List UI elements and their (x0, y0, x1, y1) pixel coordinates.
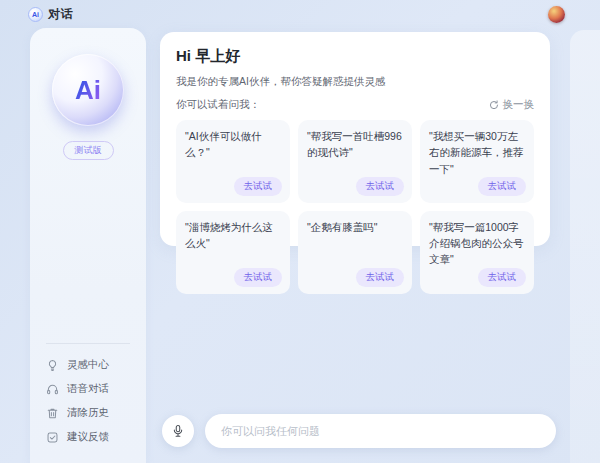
sidebar-item-label: 建议反馈 (67, 430, 109, 444)
card-question: "淄博烧烤为什么这么火" (185, 219, 281, 252)
refresh-label: 换一换 (503, 98, 535, 112)
suggestion-card: "帮我写一首吐槽996的现代诗" 去试试 (298, 120, 412, 203)
card-question: "企鹅有膝盖吗" (307, 219, 403, 235)
refresh-icon (489, 100, 499, 110)
topbar: Ai 对话 (0, 0, 600, 28)
ai-logo-text: Ai (75, 75, 101, 106)
main-panel: Hi 早上好 我是你的专属AI伙伴，帮你答疑解惑提供灵感 你可以试着问我： 换一… (160, 32, 550, 246)
question-input[interactable] (205, 414, 556, 448)
sidebar-divider (46, 343, 130, 344)
card-question: "我想买一辆30万左右的新能源车，推荐一下" (429, 128, 525, 177)
feedback-icon (46, 431, 59, 444)
try-button[interactable]: 去试试 (478, 268, 527, 287)
refresh-button[interactable]: 换一换 (489, 98, 535, 112)
card-question: "帮我写一篇1000字介绍锅包肉的公众号文章" (429, 219, 525, 268)
try-button[interactable]: 去试试 (356, 268, 405, 287)
prompt-label: 你可以试着问我： (176, 98, 260, 112)
sidebar: Ai 测试版 灵感中心 (30, 28, 146, 463)
suggestion-card: "AI伙伴可以做什么？" 去试试 (176, 120, 290, 203)
sidebar-item-label: 灵感中心 (67, 358, 109, 372)
mic-icon (171, 424, 185, 438)
suggestion-card: "企鹅有膝盖吗" 去试试 (298, 211, 412, 294)
card-question: "帮我写一首吐槽996的现代诗" (307, 128, 403, 161)
suggestion-card: "我想买一辆30万左右的新能源车，推荐一下" 去试试 (420, 120, 534, 203)
app-brand: Ai 对话 (28, 6, 73, 23)
try-button[interactable]: 去试试 (356, 177, 405, 196)
suggestion-card: "淄博烧烤为什么这么火" 去试试 (176, 211, 290, 294)
headset-icon (46, 383, 59, 396)
try-button[interactable]: 去试试 (234, 268, 283, 287)
subtitle: 我是你的专属AI伙伴，帮你答疑解惑提供灵感 (176, 75, 534, 89)
try-button[interactable]: 去试试 (234, 177, 283, 196)
lightbulb-icon (46, 359, 59, 372)
sidebar-item-feedback[interactable]: 建议反馈 (46, 425, 130, 449)
ai-logo: Ai (52, 54, 124, 126)
card-question: "AI伙伴可以做什么？" (185, 128, 281, 161)
user-avatar[interactable] (548, 6, 565, 23)
sidebar-item-voice-chat[interactable]: 语音对话 (46, 377, 130, 401)
sidebar-item-inspiration[interactable]: 灵感中心 (46, 353, 130, 377)
suggestion-card: "帮我写一篇1000字介绍锅包肉的公众号文章" 去试试 (420, 211, 534, 294)
prompt-row: 你可以试着问我： 换一换 (176, 98, 534, 112)
app-logo-icon: Ai (28, 7, 43, 22)
input-bar (162, 413, 556, 449)
sidebar-item-label: 清除历史 (67, 406, 109, 420)
greeting: Hi 早上好 (176, 47, 534, 66)
sidebar-menu: 灵感中心 语音对话 (46, 343, 130, 449)
mic-button[interactable] (162, 415, 194, 447)
beta-badge: 测试版 (63, 141, 114, 160)
trash-icon (46, 407, 59, 420)
app-window: Ai 对话 Ai 测试版 灵感中心 (0, 0, 600, 463)
app-title: 对话 (48, 6, 73, 23)
try-button[interactable]: 去试试 (478, 177, 527, 196)
sidebar-item-clear-history[interactable]: 清除历史 (46, 401, 130, 425)
suggestion-cards: "AI伙伴可以做什么？" 去试试 "帮我写一首吐槽996的现代诗" 去试试 "我… (176, 120, 534, 294)
sidebar-item-label: 语音对话 (67, 382, 109, 396)
